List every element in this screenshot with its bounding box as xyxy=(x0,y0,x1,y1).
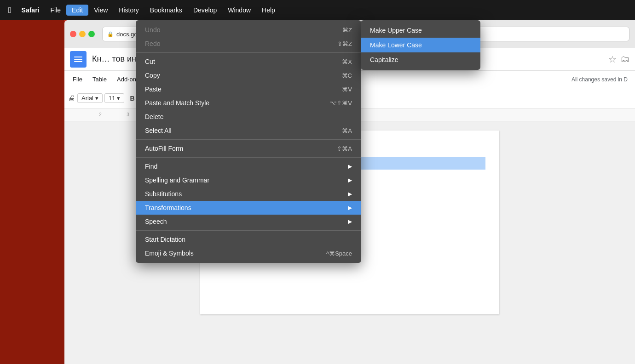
autofill-menu-item[interactable]: AutoFill Form ⇧⌘A xyxy=(136,142,361,155)
undo-menu-item[interactable]: Undo ⌘Z xyxy=(136,23,361,37)
safari-menu[interactable]: Safari xyxy=(16,5,45,16)
capitalize-label: Capitalize xyxy=(370,56,471,63)
help-menu[interactable]: Help xyxy=(256,5,281,16)
font-size-selector[interactable]: 11 ▾ xyxy=(104,93,124,103)
separator-1 xyxy=(136,52,361,53)
speech-menu-item[interactable]: Speech ▶ xyxy=(136,215,361,228)
docs-logo xyxy=(70,51,87,68)
font-dropdown-icon: ▾ xyxy=(95,95,98,102)
cut-shortcut: ⌘X xyxy=(342,58,352,65)
view-menu[interactable]: View xyxy=(88,5,113,16)
copy-menu-item[interactable]: Copy ⌘C xyxy=(136,68,361,82)
history-menu[interactable]: History xyxy=(113,5,144,16)
select-all-shortcut: ⌘A xyxy=(342,127,352,134)
select-all-label: Select All xyxy=(145,127,342,134)
make-upper-case-label: Make Upper Case xyxy=(370,27,471,34)
paste-label: Paste xyxy=(145,85,342,93)
transformations-label: Transformations xyxy=(145,204,344,211)
make-upper-case-item[interactable]: Make Upper Case xyxy=(361,23,480,38)
file-menu[interactable]: File xyxy=(45,5,67,16)
lock-icon: 🔒 xyxy=(107,31,114,37)
paste-menu-item[interactable]: Paste ⌘V xyxy=(136,82,361,96)
find-menu-item[interactable]: Find ▶ xyxy=(136,159,361,173)
separator-3 xyxy=(136,157,361,158)
paste-match-label: Paste and Match Style xyxy=(145,99,330,107)
select-all-menu-item[interactable]: Select All ⌘A xyxy=(136,124,361,137)
undo-label: Undo xyxy=(145,26,342,34)
substitutions-arrow-icon: ▶ xyxy=(348,191,352,197)
transformations-submenu: Make Upper Case Make Lower Case Capitali… xyxy=(361,20,480,70)
sidebar xyxy=(0,20,64,364)
emoji-shortcut: ^⌘Space xyxy=(326,250,352,257)
paste-shortcut: ⌘V xyxy=(342,86,352,93)
develop-menu[interactable]: Develop xyxy=(188,5,222,16)
folder-icon[interactable]: 🗂 xyxy=(620,54,629,64)
speech-label: Speech xyxy=(145,218,344,225)
autofill-shortcut: ⇧⌘A xyxy=(337,145,352,152)
paste-match-menu-item[interactable]: Paste and Match Style ⌥⇧⌘V xyxy=(136,96,361,110)
emoji-menu-item[interactable]: Emoji & Symbols ^⌘Space xyxy=(136,246,361,260)
logo-line-3 xyxy=(74,61,82,62)
cut-label: Cut xyxy=(145,58,342,65)
font-selector[interactable]: Arial ▾ xyxy=(77,93,103,103)
redo-label: Redo xyxy=(145,40,337,47)
speech-arrow-icon: ▶ xyxy=(348,218,352,225)
macos-menubar:  Safari File Edit View History Bookmark… xyxy=(0,0,635,20)
redo-shortcut: ⇧⌘Z xyxy=(337,40,352,47)
make-lower-case-item[interactable]: Make Lower Case xyxy=(361,38,480,52)
capitalize-item[interactable]: Capitalize xyxy=(361,52,480,67)
delete-menu-item[interactable]: Delete xyxy=(136,110,361,124)
size-dropdown-icon: ▾ xyxy=(117,95,120,102)
save-status: All changes saved in D xyxy=(572,76,631,83)
minimize-button[interactable] xyxy=(79,31,86,37)
window-menu[interactable]: Window xyxy=(222,5,256,16)
transformations-menu-item[interactable]: Transformations ▶ xyxy=(136,201,361,215)
traffic-lights xyxy=(70,31,95,37)
print-icon[interactable]: 🖨 xyxy=(68,94,75,102)
star-icon[interactable]: ☆ xyxy=(608,54,617,65)
bookmarks-menu[interactable]: Bookmarks xyxy=(144,5,188,16)
delete-label: Delete xyxy=(145,113,352,120)
redo-menu-item[interactable]: Redo ⇧⌘Z xyxy=(136,37,361,51)
make-lower-case-label: Make Lower Case xyxy=(370,41,471,49)
logo-line-1 xyxy=(74,57,82,57)
transformations-arrow-icon: ▶ xyxy=(348,205,352,211)
font-size-value: 11 xyxy=(109,95,115,102)
ruler-mark-2: 2 xyxy=(87,112,114,117)
logo-line-2 xyxy=(74,59,82,60)
dictation-menu-item[interactable]: Start Dictation xyxy=(136,233,361,246)
close-button[interactable] xyxy=(70,31,76,37)
substitutions-menu-item[interactable]: Substitutions ▶ xyxy=(136,187,361,201)
spelling-arrow-icon: ▶ xyxy=(348,177,352,183)
separator-2 xyxy=(136,139,361,140)
find-label: Find xyxy=(145,163,344,170)
copy-shortcut: ⌘C xyxy=(342,72,352,79)
spelling-menu-item[interactable]: Spelling and Grammar ▶ xyxy=(136,173,361,187)
apple-menu[interactable]:  xyxy=(4,4,16,17)
dictation-label: Start Dictation xyxy=(145,236,352,243)
paste-match-shortcut: ⌥⇧⌘V xyxy=(330,100,352,107)
docs-table-menu[interactable]: Table xyxy=(88,74,111,85)
separator-4 xyxy=(136,230,361,231)
docs-logo-icon xyxy=(74,57,82,62)
find-arrow-icon: ▶ xyxy=(348,163,352,170)
undo-shortcut: ⌘Z xyxy=(342,27,352,34)
cut-menu-item[interactable]: Cut ⌘X xyxy=(136,55,361,68)
maximize-button[interactable] xyxy=(88,31,95,37)
docs-file-menu[interactable]: File xyxy=(68,74,87,85)
emoji-label: Emoji & Symbols xyxy=(145,250,326,257)
autofill-label: AutoFill Form xyxy=(145,145,337,152)
edit-menu[interactable]: Edit xyxy=(66,5,88,16)
copy-label: Copy xyxy=(145,72,342,79)
substitutions-label: Substitutions xyxy=(145,190,344,198)
edit-dropdown-menu: Undo ⌘Z Redo ⇧⌘Z Cut ⌘X Copy ⌘C Paste ⌘V… xyxy=(136,20,361,263)
font-name: Arial xyxy=(81,95,93,102)
spelling-label: Spelling and Grammar xyxy=(145,176,344,184)
